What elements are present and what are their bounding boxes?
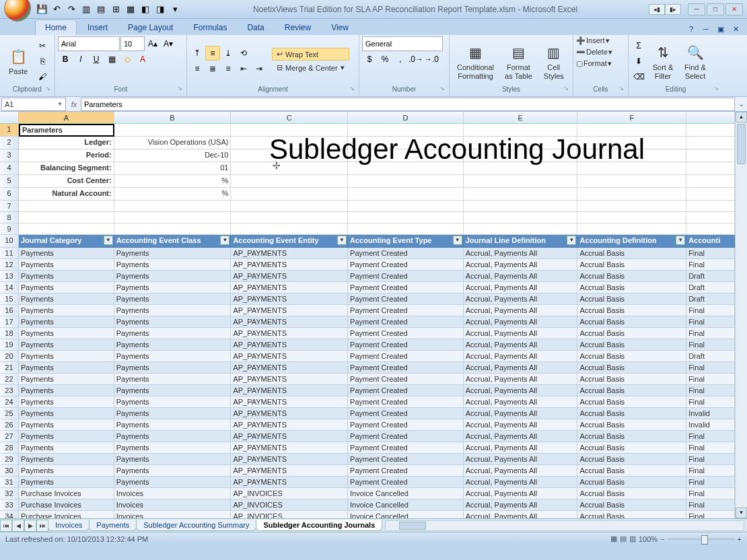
table-cell[interactable]: Payment Created	[348, 362, 464, 374]
table-cell[interactable]: Accrual, Payments All	[464, 419, 578, 431]
table-cell[interactable]: AP_PAYMENTS	[231, 248, 348, 259]
table-cell[interactable]: Payments	[114, 362, 232, 374]
table-cell[interactable]: Payments	[19, 465, 114, 477]
underline-button[interactable]: U	[89, 52, 104, 67]
cell[interactable]	[686, 223, 735, 235]
row-header[interactable]: 26	[0, 419, 19, 431]
cell[interactable]	[464, 223, 578, 235]
cell[interactable]	[464, 124, 578, 137]
tab-insert[interactable]: Insert	[78, 20, 117, 35]
fill-color-icon[interactable]: ◇	[120, 52, 135, 67]
format-cells-button[interactable]: ▢Format ▾	[576, 59, 612, 68]
table-cell[interactable]: Accrual Basis	[577, 396, 686, 408]
table-cell[interactable]: Final	[686, 431, 735, 442]
col-header-next[interactable]	[686, 112, 735, 123]
table-cell[interactable]: Payments	[114, 385, 232, 396]
table-cell[interactable]: Accrual, Payments All	[464, 351, 578, 362]
cell[interactable]	[686, 124, 735, 137]
table-cell[interactable]: Accrual, Payments All	[464, 305, 578, 316]
table-cell[interactable]: Payments	[114, 408, 232, 419]
cell[interactable]	[464, 137, 578, 149]
decrease-indent-icon[interactable]: ⇤	[236, 61, 251, 76]
col-header-d[interactable]: D	[348, 112, 464, 123]
table-cell[interactable]: Accrual, Payments All	[464, 374, 578, 385]
table-cell[interactable]: Invalid	[686, 419, 735, 431]
row-header[interactable]: 17	[0, 316, 19, 328]
table-cell[interactable]: Payments	[19, 385, 114, 396]
table-cell[interactable]: AP_PAYMENTS	[231, 396, 348, 408]
border-icon[interactable]: ▦	[104, 52, 119, 67]
cell[interactable]	[231, 212, 348, 223]
addin-next-icon[interactable]: ▮▸	[665, 4, 681, 15]
table-cell[interactable]: AP_PAYMENTS	[231, 351, 348, 362]
table-cell[interactable]: Final	[686, 396, 735, 408]
zoom-in-icon[interactable]: +	[738, 535, 742, 543]
table-cell[interactable]: Payments	[114, 259, 232, 271]
filter-dropdown-icon[interactable]: ▼	[453, 236, 462, 245]
cell[interactable]	[577, 188, 686, 201]
fill-icon[interactable]: ⬇	[631, 54, 646, 69]
table-cell[interactable]: AP_PAYMENTS	[231, 442, 348, 454]
table-cell[interactable]: Invoice Cancelled	[348, 488, 464, 499]
cell[interactable]	[231, 124, 348, 137]
insert-cells-button[interactable]: ➕Insert ▾	[576, 36, 610, 45]
row-header[interactable]: 20	[0, 351, 19, 362]
table-cell[interactable]: AP_PAYMENTS	[231, 282, 348, 293]
table-cell[interactable]: AP_PAYMENTS	[231, 477, 348, 488]
table-cell[interactable]: Payments	[19, 431, 114, 442]
table-cell[interactable]: Payments	[19, 351, 114, 362]
cell[interactable]	[114, 212, 232, 223]
table-cell[interactable]: Accrual, Payments All	[464, 316, 578, 328]
table-cell[interactable]: Accrual, Payments All	[464, 499, 578, 511]
font-size-input[interactable]	[120, 36, 145, 51]
table-cell[interactable]: Payments	[19, 374, 114, 385]
cell[interactable]: Ledger:	[19, 137, 114, 149]
save-icon[interactable]: 💾	[35, 3, 48, 16]
horizontal-scrollbar[interactable]	[385, 520, 744, 531]
qat-btn-6[interactable]: ◨	[153, 3, 167, 16]
copy-icon[interactable]: ⎘	[35, 54, 50, 69]
cell[interactable]	[348, 137, 464, 149]
cell[interactable]	[577, 137, 686, 149]
table-cell[interactable]: Accrual, Payments All	[464, 454, 578, 465]
table-cell[interactable]: AP_PAYMENTS	[231, 259, 348, 271]
table-cell[interactable]: Final	[686, 305, 735, 316]
view-break-icon[interactable]: ▥	[629, 534, 636, 543]
row-header[interactable]: 30	[0, 465, 19, 477]
align-center-icon[interactable]: ≣	[205, 61, 220, 76]
cell[interactable]	[686, 149, 735, 162]
merge-center-button[interactable]: ⊟Merge & Center ▾	[272, 61, 349, 74]
table-cell[interactable]: Final	[686, 328, 735, 339]
fx-icon[interactable]: fx	[67, 100, 81, 108]
row-header[interactable]: 24	[0, 396, 19, 408]
table-cell[interactable]: Payments	[19, 477, 114, 488]
cell[interactable]	[577, 212, 686, 223]
cell[interactable]	[686, 137, 735, 149]
table-cell[interactable]: Payments	[114, 248, 232, 259]
first-sheet-icon[interactable]: ⏮	[0, 520, 12, 532]
table-cell[interactable]: Payments	[19, 454, 114, 465]
filter-dropdown-icon[interactable]: ▼	[220, 236, 229, 245]
cell[interactable]: Period:	[19, 149, 114, 162]
table-cell[interactable]: Accrual Basis	[577, 419, 686, 431]
cell[interactable]: %	[114, 175, 232, 188]
cell[interactable]	[19, 212, 114, 223]
undo-icon[interactable]: ↶	[50, 3, 63, 16]
row-header[interactable]: 14	[0, 282, 19, 293]
minimize-ribbon-icon[interactable]: ─	[700, 23, 712, 35]
format-painter-icon[interactable]: 🖌	[35, 69, 50, 84]
table-cell[interactable]: Accrual, Payments All	[464, 442, 578, 454]
table-cell[interactable]: Accrual Basis	[577, 259, 686, 271]
table-cell[interactable]: Accrual Basis	[577, 282, 686, 293]
table-cell[interactable]: AP_PAYMENTS	[231, 305, 348, 316]
scroll-up-icon[interactable]: ▲	[736, 112, 747, 123]
col-header-f[interactable]: F	[577, 112, 686, 123]
table-cell[interactable]: AP_PAYMENTS	[231, 374, 348, 385]
qat-btn-5[interactable]: ◧	[139, 3, 152, 16]
row-header[interactable]: 7	[0, 201, 19, 212]
font-name-input[interactable]	[58, 36, 120, 51]
row-header[interactable]: 10	[0, 235, 19, 248]
table-cell[interactable]: Payments	[19, 305, 114, 316]
cell[interactable]	[348, 149, 464, 162]
align-right-icon[interactable]: ≡	[221, 61, 236, 76]
